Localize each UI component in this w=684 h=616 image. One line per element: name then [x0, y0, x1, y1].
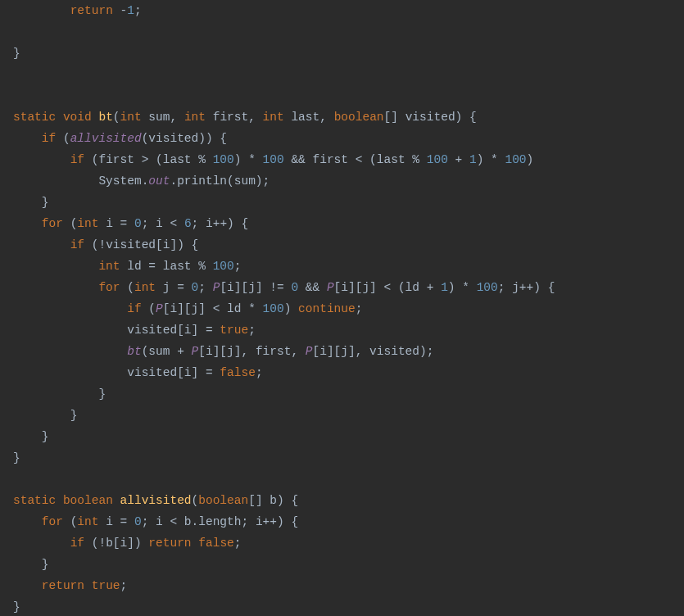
code-token: 1	[469, 153, 477, 166]
code-token: ) *	[448, 281, 477, 294]
code-line: if (P[i][j] < ld * 100) continue;	[13, 302, 362, 315]
code-token: (	[113, 111, 120, 124]
code-token: for	[42, 217, 63, 230]
code-token: }	[98, 387, 106, 401]
code-token: visited[i] =	[127, 324, 220, 337]
code-token: ) *	[477, 153, 505, 166]
code-token: )	[527, 153, 534, 166]
code-line: if (!b[i]) return false;	[13, 537, 242, 550]
code-token: 6	[184, 217, 192, 230]
code-token: 0	[134, 515, 142, 528]
code-token: P	[156, 302, 163, 315]
code-token: ;	[134, 4, 142, 17]
code-line: }	[13, 409, 77, 422]
code-token: {	[220, 132, 227, 145]
code-token: (sum +	[142, 345, 192, 358]
code-token: ;	[248, 324, 256, 337]
code-token: ;	[234, 260, 242, 273]
code-line: }	[13, 558, 49, 571]
code-token: ; i < b.length; i++) {	[142, 515, 298, 528]
code-token: i =	[106, 217, 134, 230]
code-token: visited[i] =	[127, 366, 220, 379]
code-token: int	[263, 111, 284, 124]
code-line: return true;	[13, 579, 127, 592]
code-token: return	[70, 4, 113, 17]
code-token: 100	[213, 153, 234, 166]
code-token: if	[127, 302, 141, 315]
code-token: System.	[98, 174, 148, 188]
code-token: ; i++) {	[192, 217, 249, 230]
code-token: }	[13, 47, 20, 60]
code-token: for	[42, 515, 63, 528]
code-token: ,	[248, 111, 256, 124]
code-token: 100	[263, 153, 284, 166]
code-token: j =	[163, 281, 192, 294]
code-token: 1	[127, 4, 134, 17]
code-token: }	[13, 600, 20, 614]
code-line: if (first > (last % 100) * 100 && first …	[13, 153, 533, 166]
code-token: 100	[505, 153, 526, 166]
code-token: [i][j], visited);	[313, 345, 434, 358]
code-token: int	[98, 260, 120, 273]
code-token: ;	[120, 579, 128, 592]
code-token: int	[77, 515, 98, 528]
code-line: }	[13, 47, 20, 60]
code-line: }	[13, 196, 49, 209]
code-token: 0	[192, 281, 199, 294]
code-line: static void bt(int sum, int first, int l…	[13, 111, 477, 124]
code-token: [i][j], first,	[198, 345, 306, 358]
code-token: bt	[127, 345, 141, 358]
code-token: (	[148, 302, 156, 315]
code-token: ;	[198, 281, 212, 294]
code-token: ) *	[234, 153, 263, 166]
code-token: 100	[213, 260, 234, 273]
code-token: && first < (last %	[291, 153, 426, 166]
code-token: if	[70, 537, 84, 550]
code-token: static	[13, 494, 56, 507]
code-token: return	[148, 537, 191, 550]
code-token: P	[192, 345, 199, 358]
code-token: ;	[234, 537, 242, 550]
code-token: false	[220, 366, 256, 379]
code-line: }	[13, 451, 20, 464]
code-token: (first > (last %	[92, 153, 213, 166]
code-line: return -1;	[13, 4, 142, 17]
code-token: for	[98, 281, 120, 294]
code-token: [i][j] < (ld +	[334, 281, 442, 294]
code-token: (!b[i])	[92, 537, 142, 550]
code-token: out	[148, 174, 170, 188]
code-token: 100	[427, 153, 448, 166]
code-token: 0	[291, 281, 298, 294]
code-line: visited[i] = false;	[13, 366, 263, 379]
code-token: visited	[405, 111, 455, 124]
code-token: }	[13, 451, 20, 464]
code-line: System.out.println(sum);	[13, 174, 270, 188]
code-token: sum	[148, 111, 170, 124]
code-editor[interactable]: return -1; } static void bt(int sum, int…	[0, 0, 684, 616]
code-token: true	[92, 579, 120, 592]
code-token: void	[63, 111, 92, 124]
code-line: if (!visited[i]) {	[13, 238, 198, 251]
code-token: 100	[263, 302, 284, 315]
code-token: []	[384, 111, 398, 124]
code-token: last	[291, 111, 319, 124]
code-token: -	[120, 4, 128, 17]
code-line: for (int i = 0; i < 6; i++) {	[13, 217, 248, 230]
code-token: ,	[170, 111, 177, 124]
code-token: 1	[441, 281, 448, 294]
code-line: bt(sum + P[i][j], first, P[i][j], visite…	[13, 345, 433, 358]
code-token: ld = last %	[127, 260, 212, 273]
code-token: }	[42, 558, 49, 571]
code-token: {	[469, 111, 477, 124]
code-token: boolean	[334, 111, 384, 124]
code-token: (!visited[i]) {	[92, 238, 199, 251]
code-token: 0	[134, 217, 142, 230]
code-token: [i][j] !=	[220, 281, 291, 294]
code-token: ;	[256, 366, 263, 379]
code-token: ; j++) {	[498, 281, 555, 294]
code-token: P	[327, 281, 334, 294]
code-token: 100	[477, 281, 498, 294]
code-token: (	[63, 132, 70, 145]
code-token: ,	[319, 111, 327, 124]
code-line: for (int j = 0; P[i][j] != 0 && P[i][j] …	[13, 281, 555, 294]
